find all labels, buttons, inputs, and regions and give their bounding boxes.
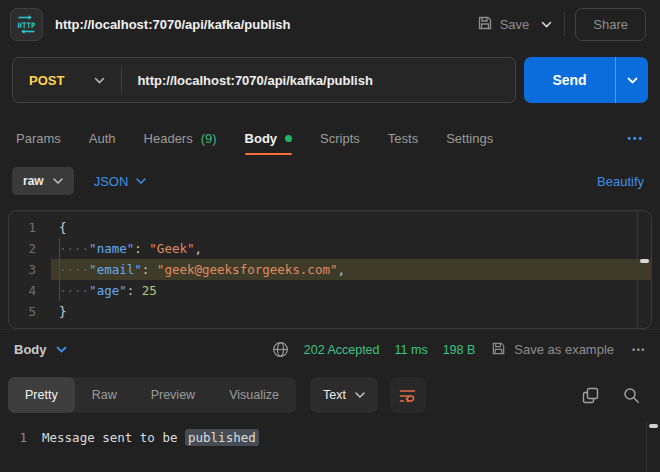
- save-icon: [477, 15, 493, 34]
- response-view-tabs: Pretty Raw Preview Visualize: [8, 377, 296, 413]
- response-stats: 202 Accepted 11 ms 198 B: [272, 341, 476, 358]
- response-time[interactable]: 11 ms: [395, 343, 428, 357]
- url-input[interactable]: http://localhost:7070/api/kafka/publish: [122, 73, 388, 88]
- response-line: 1 Message sent to be published: [0, 428, 660, 448]
- tab-headers-label: Headers: [144, 131, 193, 146]
- editor-scrollbar-thumb[interactable]: [640, 259, 649, 263]
- response-body-label: Body: [14, 342, 47, 357]
- app-window: HTTP http://localhost:7070/api/kafka/pub…: [0, 0, 660, 472]
- request-tabs: Params Auth Headers (9) Body Scripts Tes…: [0, 114, 660, 162]
- tab-auth[interactable]: Auth: [89, 114, 116, 162]
- editor-scrollbar[interactable]: [637, 211, 651, 328]
- tab-headers[interactable]: Headers (9): [144, 114, 217, 162]
- method-select[interactable]: POST: [13, 73, 121, 88]
- response-language-select[interactable]: Text: [310, 377, 378, 413]
- send-options-chevron-icon[interactable]: [615, 57, 648, 103]
- response-language-label: Text: [323, 388, 346, 402]
- view-tab-preview[interactable]: Preview: [134, 377, 212, 413]
- header-divider: [564, 12, 565, 36]
- body-format-select[interactable]: raw: [12, 167, 74, 195]
- http-request-icon: HTTP: [10, 8, 43, 41]
- send-button[interactable]: Send: [524, 57, 615, 103]
- view-tab-visualize[interactable]: Visualize: [212, 377, 296, 413]
- response-status[interactable]: 202 Accepted: [304, 343, 380, 357]
- response-body[interactable]: 1 Message sent to be published: [0, 421, 660, 472]
- body-format-toolbar: raw JSON Beautify: [0, 162, 660, 210]
- save-example-icon: [491, 341, 506, 359]
- save-as-example-button[interactable]: Save as example: [491, 341, 614, 359]
- search-icon[interactable]: [623, 387, 640, 404]
- tab-params[interactable]: Params: [16, 114, 61, 162]
- line-number: 4: [9, 280, 51, 301]
- header-actions: Save Share: [477, 8, 646, 41]
- response-view-toolbar: Pretty Raw Preview Visualize Text: [0, 369, 660, 421]
- more-tabs-icon[interactable]: •••: [627, 133, 644, 144]
- line-number: 3: [9, 259, 51, 280]
- tab-scripts[interactable]: Scripts: [320, 114, 360, 162]
- response-text: Message sent to be published: [42, 428, 259, 448]
- request-title: http://localhost:7070/api/kafka/publish: [55, 17, 465, 32]
- url-input-box: POST http://localhost:7070/api/kafka/pub…: [12, 57, 516, 103]
- code-line-highlighted: 3 ····"email": "geek@geeksforgeeks.com",: [9, 259, 651, 280]
- tab-body[interactable]: Body: [245, 114, 293, 162]
- line-number: 5: [9, 301, 51, 322]
- copy-icon[interactable]: [582, 387, 599, 404]
- view-tab-pretty[interactable]: Pretty: [8, 377, 75, 413]
- code-line: 1 {: [9, 217, 651, 238]
- save-example-label: Save as example: [514, 342, 614, 357]
- code-line: 5 }: [9, 301, 651, 322]
- line-number: 2: [9, 238, 51, 259]
- tab-settings[interactable]: Settings: [446, 114, 493, 162]
- response-scrollbar[interactable]: [646, 421, 660, 472]
- code-line: 4 ····"age": 25: [9, 280, 651, 301]
- response-body-select[interactable]: Body: [14, 342, 67, 357]
- tab-tests[interactable]: Tests: [388, 114, 418, 162]
- save-label: Save: [500, 17, 530, 32]
- tab-body-label: Body: [245, 131, 278, 146]
- save-options-chevron-icon[interactable]: [539, 21, 554, 28]
- body-modified-dot-icon: [285, 135, 292, 142]
- line-number: 1: [9, 217, 51, 238]
- view-tab-raw[interactable]: Raw: [75, 377, 134, 413]
- send-button-group: Send: [524, 57, 648, 103]
- response-language-chevron-icon: [355, 392, 365, 398]
- response-body-chevron-icon: [56, 346, 67, 353]
- response-meta-bar: Body 202 Accepted 11 ms 198 B: [0, 329, 660, 369]
- body-language-label: JSON: [94, 174, 129, 189]
- response-actions: [582, 387, 644, 404]
- method-label: POST: [29, 73, 64, 88]
- save-button[interactable]: Save: [477, 15, 530, 34]
- svg-text:HTTP: HTTP: [18, 20, 36, 29]
- format-chevron-icon: [53, 178, 63, 184]
- body-format-label: raw: [23, 174, 44, 188]
- request-body-editor[interactable]: 1 { 2 ····"name": "Geek", 3 ····"email":…: [8, 210, 652, 329]
- network-globe-icon[interactable]: [272, 341, 289, 358]
- language-chevron-icon: [136, 178, 146, 184]
- response-line-number: 1: [0, 428, 42, 448]
- response-scrollbar-thumb[interactable]: [649, 424, 658, 428]
- tab-headers-count: (9): [201, 131, 217, 146]
- method-chevron-icon: [94, 77, 105, 84]
- beautify-button[interactable]: Beautify: [597, 174, 644, 189]
- share-button[interactable]: Share: [575, 8, 646, 41]
- highlighted-word: published: [185, 429, 259, 446]
- response-more-options-icon[interactable]: •••: [630, 345, 646, 355]
- url-bar: POST http://localhost:7070/api/kafka/pub…: [0, 48, 660, 114]
- body-language-select[interactable]: JSON: [94, 174, 147, 189]
- request-header: HTTP http://localhost:7070/api/kafka/pub…: [0, 0, 660, 48]
- response-size[interactable]: 198 B: [443, 343, 476, 357]
- wrap-text-button[interactable]: [390, 377, 426, 413]
- code-line: 2 ····"name": "Geek",: [9, 238, 651, 259]
